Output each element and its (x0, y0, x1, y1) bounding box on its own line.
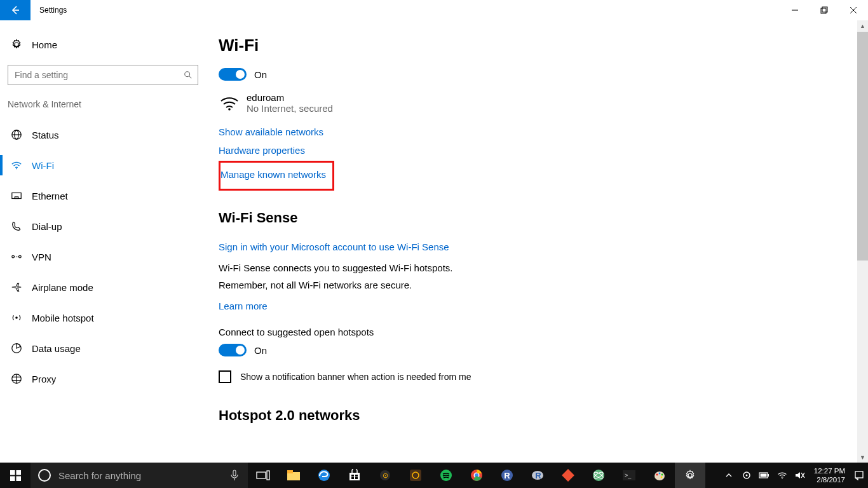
svg-line-7 (189, 76, 192, 79)
svg-rect-24 (10, 470, 15, 475)
search-input[interactable] (8, 65, 198, 85)
svg-point-61 (661, 474, 663, 476)
tray-notifications-icon[interactable] (850, 463, 868, 488)
scroll-down-arrow[interactable]: ▼ (857, 452, 868, 463)
nav-label: Dial-up (32, 221, 62, 232)
taskbar-terminal[interactable]: >_ (614, 463, 644, 488)
cortana-search[interactable]: Search for anything (31, 463, 248, 488)
taskbar-edge[interactable] (309, 463, 339, 488)
svg-point-23 (228, 108, 231, 111)
nav-label: Proxy (32, 374, 56, 384)
cortana-placeholder: Search for anything (58, 470, 230, 481)
nav-proxy[interactable]: Proxy (0, 363, 203, 394)
svg-point-59 (656, 474, 658, 476)
svg-point-53 (593, 470, 604, 481)
link-learn-more[interactable]: Learn more (219, 301, 268, 311)
nav-hotspot[interactable]: Mobile hotspot (0, 302, 203, 333)
nav-ethernet[interactable]: Ethernet (0, 180, 203, 211)
datausage-icon (10, 342, 23, 354)
link-hardware-properties[interactable]: Hardware properties (219, 145, 305, 156)
category-label: Network & Internet (0, 85, 203, 109)
svg-rect-52 (562, 469, 574, 482)
home-button[interactable]: Home (0, 30, 203, 58)
taskbar-rstudio[interactable]: R (492, 463, 522, 488)
maximize-button[interactable] (810, 0, 839, 20)
link-show-networks[interactable]: Show available networks (219, 126, 323, 137)
taskview-icon[interactable] (248, 463, 278, 488)
link-signin-ms[interactable]: Sign in with your Microsoft account to u… (219, 241, 449, 252)
current-network[interactable]: eduroam No Internet, secured (219, 92, 853, 114)
wifi-toggle[interactable] (219, 68, 247, 81)
svg-rect-3 (822, 7, 827, 12)
svg-rect-26 (10, 476, 15, 481)
svg-point-68 (782, 478, 783, 479)
close-button[interactable] (839, 0, 868, 20)
tray-clock[interactable]: 12:27 PM 2/8/2017 (809, 466, 850, 484)
svg-rect-67 (760, 474, 766, 477)
cortana-icon (38, 469, 51, 482)
tray-date: 2/8/2017 (814, 475, 845, 484)
notification-checkbox-label: Show a notification banner when action i… (240, 372, 471, 382)
tray-volume-icon[interactable] (791, 463, 809, 488)
tray-wifi-icon[interactable] (773, 463, 791, 488)
taskbar-chrome[interactable] (461, 463, 492, 488)
scrollbar[interactable]: ▲ ▼ (857, 20, 868, 463)
nav-datausage[interactable]: Data usage (0, 333, 203, 363)
nav-label: Ethernet (32, 191, 68, 201)
wifi-signal-icon (219, 92, 240, 114)
tray-battery-icon[interactable] (756, 463, 773, 488)
svg-rect-28 (233, 470, 236, 476)
mic-icon[interactable] (230, 470, 239, 481)
taskbar-store[interactable] (339, 463, 370, 488)
nav-airplane[interactable]: Airplane mode (0, 272, 203, 302)
nav-dialup[interactable]: Dial-up (0, 211, 203, 241)
taskbar-app-2[interactable] (400, 463, 431, 488)
svg-rect-30 (257, 472, 266, 478)
notification-checkbox[interactable] (219, 370, 231, 383)
svg-rect-37 (355, 475, 358, 477)
svg-rect-66 (768, 474, 769, 477)
taskbar-spotify[interactable] (431, 463, 461, 488)
svg-rect-13 (15, 197, 18, 199)
back-button[interactable] (0, 0, 31, 20)
scroll-up-arrow[interactable]: ▲ (857, 20, 868, 31)
taskbar-git[interactable] (553, 463, 583, 488)
taskbar-app-1[interactable]: ⊙ (370, 463, 400, 488)
tray-location-icon[interactable] (738, 463, 756, 488)
svg-rect-39 (355, 477, 358, 479)
open-hotspots-toggle[interactable] (219, 344, 247, 356)
taskbar-atom[interactable] (583, 463, 614, 488)
network-status: No Internet, secured (247, 103, 333, 114)
taskbar-paint[interactable] (644, 463, 675, 488)
svg-point-17 (15, 316, 18, 319)
svg-point-11 (16, 168, 17, 170)
link-manage-known-networks[interactable]: Manage known networks (220, 169, 326, 180)
wifi-heading: Wi-Fi (219, 36, 853, 55)
scrollbar-thumb[interactable] (857, 32, 868, 261)
taskbar: Search for anything ⊙ R R >_ 12:27 PM 2/… (0, 463, 868, 488)
svg-point-62 (661, 477, 663, 478)
start-button[interactable] (0, 463, 31, 488)
nav-status[interactable]: Status (0, 119, 203, 150)
proxy-icon (10, 373, 23, 384)
nav-label: Mobile hotspot (32, 313, 94, 323)
wifisense-heading: Wi-Fi Sense (219, 210, 853, 226)
minimize-button[interactable] (780, 0, 810, 20)
tray-overflow[interactable] (720, 463, 738, 488)
wifi-toggle-label: On (254, 69, 267, 80)
svg-text:⊙: ⊙ (383, 471, 388, 479)
nav-label: VPN (32, 252, 51, 262)
svg-point-6 (185, 72, 190, 77)
svg-rect-33 (287, 470, 293, 473)
wifisense-desc: Wi-Fi Sense connects you to suggested Wi… (219, 262, 663, 273)
nav-vpn[interactable]: VPN (0, 241, 203, 272)
window-title: Settings (31, 6, 67, 15)
airplane-icon (10, 281, 23, 293)
search-field[interactable] (13, 69, 184, 81)
taskbar-r[interactable]: R (522, 463, 553, 488)
taskbar-fileexplorer[interactable] (278, 463, 309, 488)
taskbar-settings[interactable] (675, 463, 705, 488)
nav-wifi[interactable]: Wi-Fi (0, 150, 203, 180)
tray-time: 12:27 PM (814, 466, 845, 475)
svg-rect-42 (410, 470, 421, 481)
